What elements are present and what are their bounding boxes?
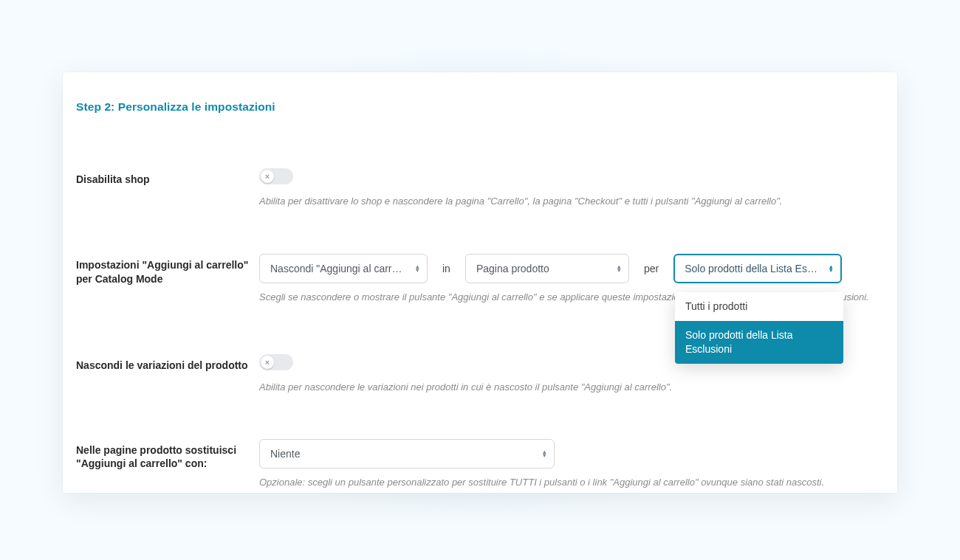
chevron-updown-icon: ▴▾: [543, 450, 546, 457]
desc-replace-with: Opzionale: scegli un pulsante personaliz…: [259, 476, 884, 489]
toggle-disable-shop[interactable]: ×: [259, 168, 293, 184]
dropdown-item-all-products[interactable]: Tutti i prodotti: [675, 292, 843, 321]
row-replace-with: Nelle pagine prodotto sostituisci "Aggiu…: [76, 439, 884, 489]
select-hide-show-action-value: Nascondi "Aggiungi al carr…: [270, 263, 402, 274]
close-icon: ×: [261, 356, 274, 369]
label-disable-shop: Disabilita shop: [76, 168, 259, 187]
select-hide-show-action[interactable]: Nascondi "Aggiungi al carr… ▴▾: [259, 254, 428, 283]
select-where[interactable]: Pagina prodotto ▴▾: [465, 254, 629, 283]
label-hide-variations: Nascondi le variazioni del prodotto: [76, 354, 259, 373]
dropdown-item-exclusion-list[interactable]: Solo prodotti della Lista Esclusioni: [675, 321, 843, 364]
chevron-updown-icon: ▴▾: [416, 265, 419, 272]
step-heading: Step 2: Personalizza le impostazioni: [76, 100, 884, 114]
word-per: per: [642, 263, 660, 274]
desc-disable-shop: Abilita per disattivare lo shop e nascon…: [259, 195, 884, 208]
desc-hide-variations: Abilita per nascondere le variazioni nei…: [259, 381, 884, 394]
close-icon: ×: [261, 170, 274, 183]
select-scope-value: Solo prodotti della Lista Esc…: [685, 263, 819, 274]
toggle-hide-variations[interactable]: ×: [259, 354, 293, 370]
row-disable-shop: Disabilita shop × Abilita per disattivar…: [76, 168, 884, 208]
chevron-updown-icon: ▴▾: [617, 265, 621, 272]
dropdown-scope: Tutti i prodotti Solo prodotti della Lis…: [675, 292, 843, 364]
inline-group-add-to-cart: Nascondi "Aggiungi al carr… ▴▾ in Pagina…: [259, 254, 884, 283]
label-replace-with: Nelle pagine prodotto sostituisci "Aggiu…: [76, 439, 259, 471]
settings-panel: Step 2: Personalizza le impostazioni Dis…: [63, 72, 897, 493]
select-scope[interactable]: Solo prodotti della Lista Esc… ▴▾: [673, 254, 842, 283]
row-add-to-cart: Impostazioni "Aggiungi al carrello" per …: [76, 254, 884, 304]
ctrl-disable-shop: × Abilita per disattivare lo shop e nasc…: [259, 168, 884, 208]
select-replace-with[interactable]: Niente ▴▾: [259, 439, 555, 469]
word-in: in: [441, 263, 452, 274]
label-add-to-cart: Impostazioni "Aggiungi al carrello" per …: [76, 254, 259, 286]
select-where-value: Pagina prodotto: [476, 263, 549, 274]
ctrl-replace-with: Niente ▴▾ Opzionale: scegli un pulsante …: [259, 439, 884, 489]
select-replace-with-value: Niente: [270, 448, 300, 460]
chevron-updown-icon: ▴▾: [829, 265, 833, 272]
